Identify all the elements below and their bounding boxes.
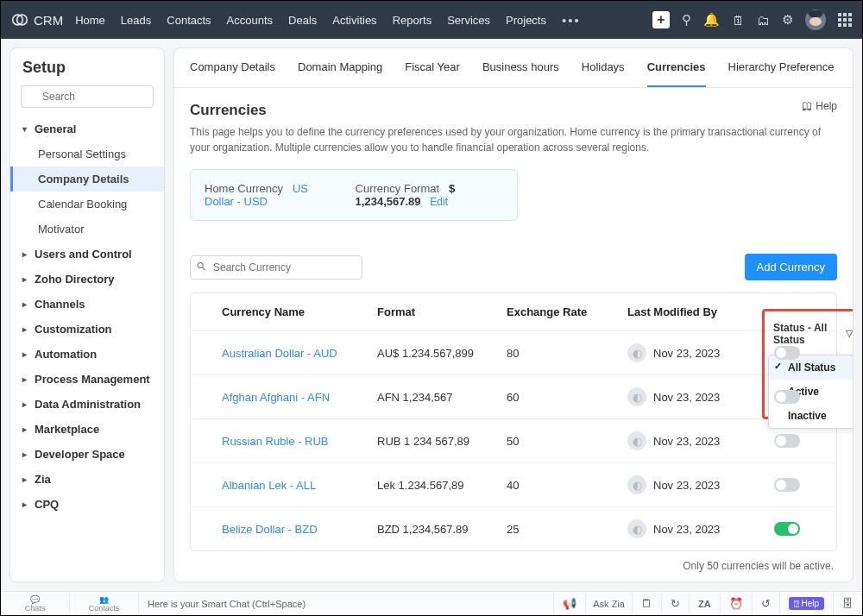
settings-tabs: Company DetailsDomain MappingFiscal Year… <box>174 48 853 88</box>
history-icon[interactable]: ↺ <box>752 592 779 615</box>
brand-logo[interactable]: CRM <box>11 11 63 28</box>
tab-hierarchy-preference[interactable]: Hierarchy Preference <box>728 48 835 87</box>
nav-link-contacts[interactable]: Contacts <box>167 14 211 27</box>
nav-link-services[interactable]: Services <box>447 14 490 27</box>
status-toggle[interactable] <box>774 390 800 404</box>
sidebar-item-calendar-booking[interactable]: Calendar Booking <box>10 192 164 217</box>
status-option-inactive[interactable]: Inactive <box>769 404 853 428</box>
ask-zia-button[interactable]: Ask Zia <box>585 592 632 615</box>
create-button[interactable]: + <box>652 11 670 28</box>
currency-format-label: Currency Format <box>356 182 440 195</box>
last-modified: ◐Nov 23, 2023 <box>627 519 774 538</box>
content-panel: Company DetailsDomain MappingFiscal Year… <box>173 47 854 582</box>
home-currency-card: Home Currency US Dollar - USD Currency F… <box>190 169 518 221</box>
bell-icon[interactable]: 🔔 <box>703 12 720 28</box>
nav-link-reports[interactable]: Reports <box>393 14 432 27</box>
announce-icon[interactable]: 📢 <box>553 592 585 615</box>
calendar-icon[interactable]: 🗓 <box>732 13 745 28</box>
currency-name-link[interactable]: Afghan Afghani - AFN <box>222 391 377 404</box>
currency-format: AU$ 1.234.567,899 <box>377 347 507 360</box>
sidebar-group-zia[interactable]: Zia <box>10 467 164 492</box>
sidebar-group-users-and-control[interactable]: Users and Control <box>10 242 164 267</box>
tab-currencies[interactable]: Currencies <box>647 48 706 87</box>
za-icon[interactable]: ZA <box>689 592 720 615</box>
avatar[interactable] <box>805 9 826 30</box>
lock-icon[interactable]: 🗄 <box>833 592 862 615</box>
sidebar: Setup General Personal SettingsCompany D… <box>9 47 165 582</box>
sidebar-item-motivator[interactable]: Motivator <box>10 217 164 242</box>
contacts-icon: 👥 <box>70 595 138 604</box>
table-row: Russian Ruble - RUBRUB 1 234 567,8950◐No… <box>191 418 836 462</box>
table-header: Currency Name Format Exchange Rate Last … <box>191 293 836 330</box>
help-link[interactable]: 🕮 Help <box>802 100 837 112</box>
tab-business-hours[interactable]: Business hours <box>482 48 559 87</box>
user-avatar-icon: ◐ <box>627 387 646 406</box>
currency-search-input[interactable] <box>190 255 362 280</box>
sidebar-item-company-details[interactable]: Company Details <box>10 167 164 192</box>
page-title: Currencies <box>190 102 837 119</box>
col-currency-name: Currency Name <box>222 305 377 318</box>
exchange-rate: 25 <box>507 523 627 536</box>
search-icon[interactable]: ⚲ <box>682 12 691 28</box>
smart-chat-hint: Here is your Smart Chat (Ctrl+Space) <box>139 599 553 609</box>
nav-link-projects[interactable]: Projects <box>506 14 546 27</box>
sidebar-group-zoho-directory[interactable]: Zoho Directory <box>10 267 164 292</box>
currency-name-link[interactable]: Albanian Lek - ALL <box>222 479 377 492</box>
currency-name-link[interactable]: Australian Dollar - AUD <box>222 347 377 360</box>
currency-name-link[interactable]: Belize Dollar - BZD <box>222 523 377 536</box>
currency-name-link[interactable]: Russian Ruble - RUB <box>222 435 377 448</box>
edit-format-link[interactable]: Edit <box>430 196 448 208</box>
sidebar-group-developer-space[interactable]: Developer Space <box>10 442 164 467</box>
bottom-bar: 💬 Chats 👥 Contacts Here is your Smart Ch… <box>1 591 862 615</box>
table-row: Afghan Afghani - AFNAFN 1,234,56760◐Nov … <box>191 374 836 418</box>
status-filter-highlight: Status - All Status ▽ All StatusActiveIn… <box>762 309 853 419</box>
nav-link-leads[interactable]: Leads <box>121 14 151 27</box>
sidebar-item-personal-settings[interactable]: Personal Settings <box>10 141 164 167</box>
col-exchange-rate: Exchange Rate <box>507 305 627 318</box>
last-modified: ◐Nov 23, 2023 <box>627 475 774 494</box>
status-toggle[interactable] <box>774 434 800 448</box>
sidebar-group-customization[interactable]: Customization <box>10 317 164 342</box>
table-row: Belize Dollar - BZDBZD 1,234,567.8925◐No… <box>191 506 836 550</box>
user-avatar-icon: ◐ <box>627 343 646 362</box>
sidebar-group-marketplace[interactable]: Marketplace <box>10 417 164 442</box>
last-modified: ◐Nov 23, 2023 <box>627 387 774 406</box>
exchange-rate: 40 <box>507 479 627 492</box>
sidebar-group-cpq[interactable]: CPQ <box>10 492 164 517</box>
filter-icon: ▽ <box>846 328 853 339</box>
tab-fiscal-year[interactable]: Fiscal Year <box>405 48 460 87</box>
sticky-note-icon[interactable]: 🗒 <box>632 592 661 615</box>
sidebar-group-general[interactable]: General <box>10 116 164 141</box>
bottom-contacts[interactable]: 👥 Contacts <box>70 592 139 615</box>
bottom-chats[interactable]: 💬 Chats <box>1 592 70 615</box>
status-toggle[interactable] <box>774 522 800 536</box>
apps-grid-icon[interactable] <box>838 13 852 27</box>
currency-format: Lek 1.234.567,89 <box>377 479 507 492</box>
currency-format: AFN 1,234,567 <box>377 391 507 404</box>
help-button[interactable]: ⍰ Help <box>779 592 833 615</box>
zoho-logo-icon <box>11 11 28 28</box>
nav-link-home[interactable]: Home <box>75 14 105 27</box>
sidebar-search-input[interactable] <box>21 85 154 108</box>
top-nav: CRM HomeLeadsContactsAccountsDealsActivi… <box>1 1 862 39</box>
nav-link-activities[interactable]: Activities <box>332 14 376 27</box>
tab-domain-mapping[interactable]: Domain Mapping <box>298 48 382 87</box>
sidebar-group-process-management[interactable]: Process Management <box>10 367 164 392</box>
tab-company-details[interactable]: Company Details <box>190 48 275 87</box>
nav-link-deals[interactable]: Deals <box>288 14 317 27</box>
sidebar-group-data-administration[interactable]: Data Administration <box>10 392 164 417</box>
status-toggle[interactable] <box>774 346 800 360</box>
nav-link-accounts[interactable]: Accounts <box>227 14 273 27</box>
inbox-icon[interactable]: 🗂 <box>757 13 770 28</box>
refresh-icon[interactable]: ↻ <box>661 592 689 615</box>
exchange-rate: 80 <box>507 347 627 360</box>
add-currency-button[interactable]: Add Currency <box>745 254 837 280</box>
gear-icon[interactable]: ⚙ <box>782 12 793 28</box>
status-toggle[interactable] <box>774 478 800 492</box>
clock-icon[interactable]: ⏰ <box>720 592 752 615</box>
help-label: Help <box>816 100 837 112</box>
sidebar-group-automation[interactable]: Automation <box>10 342 164 367</box>
sidebar-group-channels[interactable]: Channels <box>10 292 164 317</box>
tab-holidays[interactable]: Holidays <box>582 48 625 87</box>
nav-more[interactable]: ••• <box>562 13 581 28</box>
